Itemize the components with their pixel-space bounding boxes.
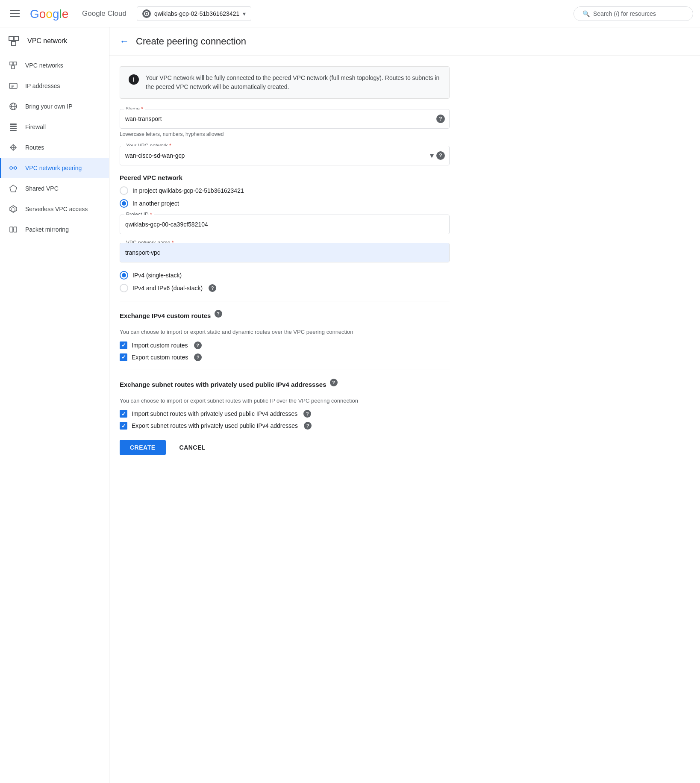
svg-point-22 <box>10 167 12 169</box>
sidebar-item-serverless-vpc-access[interactable]: Serverless VPC access <box>0 199 109 219</box>
page-title: Create peering connection <box>136 36 246 47</box>
sidebar-item-label-vpc-network-peering: VPC network peering <box>25 165 82 171</box>
svg-rect-28 <box>10 227 13 232</box>
sidebar-item-vpc-networks[interactable]: VPC networks <box>0 55 109 76</box>
packet-mirroring-icon <box>8 224 18 235</box>
vpc-network-help-icon[interactable]: ? <box>436 151 445 160</box>
sidebar-item-label-vpc-networks: VPC networks <box>25 62 63 69</box>
exchange-ipv4-help-icon[interactable]: ? <box>215 310 222 318</box>
radio-ipv4-single[interactable]: IPv4 (single-stack) <box>120 271 450 280</box>
export-subnet-label: Export subnet routes with privately used… <box>132 422 298 429</box>
routes-icon <box>8 142 18 153</box>
sidebar-header: VPC network <box>0 27 109 55</box>
svg-rect-10 <box>12 66 15 69</box>
peered-radio-group: In project qwiklabs-gcp-02-51b361623421 … <box>120 186 450 208</box>
project-id-field-wrapper: Project ID * <box>120 215 450 234</box>
bring-your-own-ip-icon <box>8 101 18 112</box>
export-custom-routes-help[interactable]: ? <box>194 353 202 361</box>
sidebar-item-label-serverless-vpc-access: Serverless VPC access <box>25 206 88 212</box>
cancel-button[interactable]: CANCEL <box>173 440 212 455</box>
ip-addresses-icon: IP <box>8 81 18 91</box>
sidebar-item-ip-addresses[interactable]: IP IP addresses <box>0 76 109 96</box>
import-subnet-item[interactable]: Import subnet routes with privately used… <box>120 410 450 418</box>
search-bar[interactable]: 🔍 Search (/) for resources <box>574 6 693 21</box>
exchange-ipv4-desc: You can choose to import or export stati… <box>120 328 450 336</box>
export-custom-routes-checkbox[interactable] <box>120 353 127 361</box>
svg-marker-25 <box>10 185 17 192</box>
vpc-network-name-input[interactable] <box>120 243 449 262</box>
sidebar-item-label-shared-vpc: Shared VPC <box>25 185 59 192</box>
import-custom-routes-label: Import custom routes <box>132 342 188 349</box>
exchange-subnet-desc: You can choose to import or export subne… <box>120 397 450 405</box>
exchange-subnet-help-icon[interactable]: ? <box>330 379 338 386</box>
vpc-network-icon <box>7 34 21 48</box>
vpc-network-name-field-wrapper: VPC network name * <box>120 243 450 262</box>
import-subnet-label: Import subnet routes with privately used… <box>132 410 297 417</box>
name-field-inner: ? <box>120 109 449 128</box>
sidebar-item-label-bring-your-own-ip: Bring your own IP <box>25 103 73 110</box>
sidebar-item-label-ip-addresses: IP addresses <box>25 82 60 89</box>
export-subnet-help[interactable]: ? <box>304 422 312 430</box>
radio-in-another-project[interactable]: In another project <box>120 199 450 208</box>
import-custom-routes-checkbox[interactable] <box>120 341 127 349</box>
name-help-icon[interactable]: ? <box>436 115 445 123</box>
vpc-networks-icon <box>8 60 18 71</box>
svg-rect-19 <box>10 130 17 131</box>
hamburger-menu[interactable] <box>7 7 23 21</box>
import-custom-routes-item[interactable]: Import custom routes ? <box>120 341 450 349</box>
topbar: Google Google Cloud qwiklabs-gcp-02-51b3… <box>0 0 700 27</box>
radio-in-project-label: In project qwiklabs-gcp-02-51b361623421 <box>132 187 244 194</box>
export-custom-routes-item[interactable]: Export custom routes ? <box>120 353 450 361</box>
svg-rect-5 <box>12 41 16 46</box>
import-custom-routes-help[interactable]: ? <box>194 341 202 349</box>
sidebar-item-routes[interactable]: Routes <box>0 137 109 158</box>
ipv4-ipv6-help-icon[interactable]: ? <box>209 284 216 292</box>
exchange-subnet-title: Exchange subnet routes with privately us… <box>120 379 450 392</box>
import-subnet-checkbox[interactable] <box>120 410 127 418</box>
sidebar-item-packet-mirroring[interactable]: Packet mirroring <box>0 219 109 240</box>
sidebar-item-bring-your-own-ip[interactable]: Bring your own IP <box>0 96 109 117</box>
svg-rect-18 <box>10 128 17 129</box>
content-area: ← Create peering connection i Your VPC n… <box>109 27 700 783</box>
vpc-network-select[interactable]: wan-cisco-sd-wan-gcp <box>120 146 449 165</box>
sidebar-item-label-routes: Routes <box>25 144 44 151</box>
shared-vpc-icon <box>8 183 18 194</box>
svg-rect-16 <box>10 124 17 125</box>
radio-ipv4-ipv6-circle <box>120 284 128 292</box>
search-placeholder: Search (/) for resources <box>593 10 656 17</box>
import-subnet-help[interactable]: ? <box>303 410 311 418</box>
svg-marker-27 <box>12 207 15 212</box>
svg-point-2 <box>146 13 147 15</box>
export-subnet-checkbox[interactable] <box>120 422 127 430</box>
info-banner: i Your VPC network will be fully connect… <box>120 66 450 99</box>
svg-rect-4 <box>14 36 18 41</box>
serverless-vpc-access-icon <box>8 204 18 214</box>
export-subnet-item[interactable]: Export subnet routes with privately used… <box>120 422 450 430</box>
radio-ipv4-ipv6-dual[interactable]: IPv4 and IPv6 (dual-stack) ? <box>120 284 450 292</box>
svg-text:IP: IP <box>11 85 15 88</box>
divider-2 <box>120 370 450 370</box>
create-button[interactable]: CREATE <box>120 440 166 455</box>
peered-section-title: Peered VPC network <box>120 174 450 181</box>
project-icon <box>142 9 151 18</box>
svg-rect-9 <box>14 62 17 65</box>
sidebar-items-list: VPC networks IP IP addresses Bring your … <box>0 55 109 240</box>
sidebar-title: VPC network <box>27 37 67 45</box>
sidebar: VPC network VPC networks IP IP addresses… <box>0 27 109 783</box>
project-name: qwiklabs-gcp-02-51b361623421 <box>154 10 239 17</box>
cloud-text: Google Cloud <box>82 9 126 18</box>
sidebar-item-firewall[interactable]: Firewall <box>0 117 109 137</box>
vpc-network-peering-icon <box>8 163 18 173</box>
name-input[interactable] <box>120 109 449 128</box>
sidebar-item-label-firewall: Firewall <box>25 124 46 130</box>
radio-in-project[interactable]: In project qwiklabs-gcp-02-51b361623421 <box>120 186 450 195</box>
exchange-ipv4-title: Exchange IPv4 custom routes ? <box>120 310 450 323</box>
info-text: Your VPC network will be fully connected… <box>146 74 441 91</box>
back-button[interactable]: ← <box>120 36 129 47</box>
sidebar-item-shared-vpc[interactable]: Shared VPC <box>0 178 109 199</box>
google-cloud-logo[interactable]: Google Google Cloud <box>30 6 126 21</box>
sidebar-item-vpc-network-peering[interactable]: VPC network peering <box>0 158 109 178</box>
project-id-input[interactable] <box>120 215 449 234</box>
svg-rect-3 <box>9 36 13 41</box>
project-selector[interactable]: qwiklabs-gcp-02-51b361623421 ▾ <box>137 6 251 21</box>
